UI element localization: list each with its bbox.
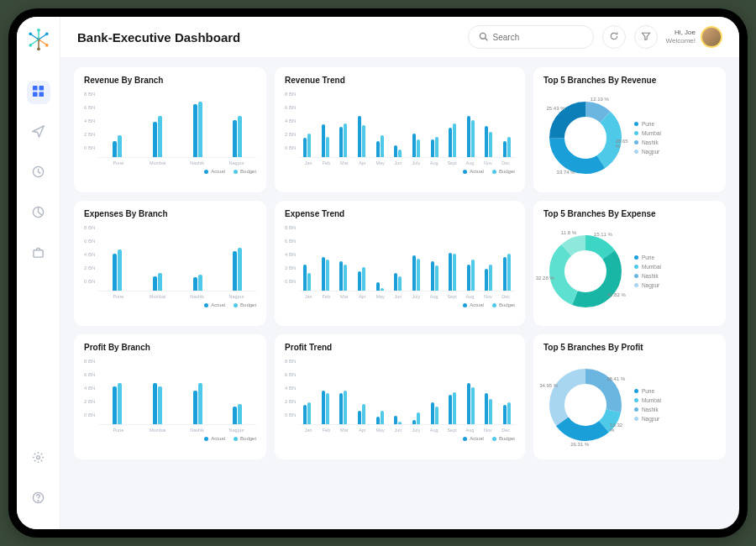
- card-title: Expenses By Branch: [84, 209, 256, 218]
- user-greeting: Hi, Joe Welcome!: [666, 29, 696, 45]
- svg-line-9: [31, 39, 39, 45]
- header: Bank-Executive Dashboard Hi, Joe: [60, 17, 739, 57]
- card-profit-trend: Profit Trend 8 BN6 BN4 BN2 BN0 BNJanFebM…: [275, 334, 525, 459]
- briefcase-icon: [32, 246, 45, 262]
- card-expense-donut: Top 5 Branches By Expense 15.11 %40.82 %…: [533, 201, 726, 326]
- card-revenue-donut: Top 5 Branches By Revenue 12.19 %28.65 %…: [533, 67, 726, 192]
- chart-revenue-branch: 8 BN6 BN4 BN2 BN0 BNPuneMumbaiNashikNagp…: [84, 92, 256, 165]
- svg-point-22: [38, 500, 39, 501]
- legend: Actual Budget: [285, 436, 515, 441]
- legend: Actual Budget: [84, 169, 256, 174]
- brand-logo: [26, 27, 51, 52]
- chart-revenue-trend: 8 BN6 BN4 BN2 BN0 BNJanFebMarAprMayJunJu…: [285, 92, 515, 165]
- search-input[interactable]: [493, 33, 600, 42]
- card-title: Expense Trend: [285, 209, 515, 218]
- nav-dashboard[interactable]: [27, 81, 50, 104]
- card-expense-branch: Expenses By Branch 8 BN6 BN4 BN2 BN0 BNP…: [74, 201, 266, 326]
- grid-icon: [32, 85, 45, 101]
- svg-rect-15: [33, 92, 38, 97]
- page-title: Bank-Executive Dashboard: [77, 30, 240, 45]
- legend: Actual Budget: [285, 302, 515, 307]
- svg-rect-13: [33, 85, 38, 90]
- app-screen: Bank-Executive Dashboard Hi, Joe: [17, 17, 739, 529]
- content: Revenue By Branch 8 BN6 BN4 BN2 BN0 BNPu…: [60, 57, 739, 529]
- svg-point-10: [29, 44, 32, 47]
- svg-point-6: [45, 44, 48, 47]
- main: Bank-Executive Dashboard Hi, Joe: [60, 17, 739, 529]
- card-profit-branch: Profit By Branch 8 BN6 BN4 BN2 BN0 BNPun…: [74, 334, 266, 459]
- svg-point-2: [37, 29, 40, 32]
- send-icon: [32, 125, 45, 141]
- chart-expense-trend: 8 BN6 BN4 BN2 BN0 BNJanFebMarAprMayJunJu…: [285, 225, 515, 299]
- chart-profit-trend: 8 BN6 BN4 BN2 BN0 BNJanFebMarAprMayJunJu…: [285, 359, 515, 433]
- pie-icon: [32, 206, 45, 222]
- chart-profit-donut: 28.41 %10.32 %26.31 %34.95 %PuneMumbaiNa…: [543, 359, 716, 451]
- svg-line-5: [39, 39, 46, 45]
- refresh-icon: [609, 29, 619, 45]
- search-icon: [479, 29, 493, 45]
- help-icon: [32, 491, 45, 507]
- legend: Actual Budget: [84, 436, 256, 441]
- refresh-button[interactable]: [602, 25, 626, 49]
- svg-point-12: [29, 32, 32, 35]
- svg-rect-16: [39, 92, 44, 97]
- card-title: Top 5 Branches By Profit: [543, 343, 716, 352]
- nav-briefcase[interactable]: [27, 242, 50, 265]
- nav-analytics[interactable]: [27, 202, 50, 225]
- card-revenue-branch: Revenue By Branch 8 BN6 BN4 BN2 BN0 BNPu…: [74, 67, 266, 192]
- gear-icon: [32, 451, 45, 467]
- svg-line-3: [39, 34, 46, 39]
- chart-expense-donut: 15.11 %40.82 %32.28 %11.8 %PuneMumbaiNas…: [543, 225, 716, 318]
- chart-revenue-donut: 12.19 %28.65 %33.74 %25.43 %PuneMumbaiNa…: [543, 92, 716, 184]
- legend: Actual Budget: [285, 169, 515, 174]
- svg-rect-14: [39, 85, 44, 90]
- nav-send[interactable]: [27, 121, 50, 144]
- dashboard-grid: Revenue By Branch 8 BN6 BN4 BN2 BN0 BNPu…: [74, 67, 726, 459]
- card-revenue-trend: Revenue Trend 8 BN6 BN4 BN2 BN0 BNJanFeb…: [275, 67, 525, 192]
- svg-point-20: [37, 455, 40, 459]
- card-expense-trend: Expense Trend 8 BN6 BN4 BN2 BN0 BNJanFeb…: [275, 201, 525, 326]
- search-box[interactable]: [468, 25, 594, 49]
- card-title: Revenue Trend: [285, 76, 515, 85]
- chart-profit-branch: 8 BN6 BN4 BN2 BN0 BNPuneMumbaiNashikNagp…: [84, 359, 256, 433]
- sidebar: [17, 17, 60, 529]
- svg-point-4: [45, 32, 48, 35]
- card-profit-donut: Top 5 Branches By Profit 28.41 %10.32 %2…: [533, 334, 726, 459]
- nav-help[interactable]: [27, 487, 50, 511]
- user-block[interactable]: Hi, Joe Welcome!: [666, 26, 722, 48]
- chart-expense-branch: 8 BN6 BN4 BN2 BN0 BNPuneMumbaiNashikNagp…: [84, 225, 256, 299]
- tablet-frame: Bank-Executive Dashboard Hi, Joe: [8, 8, 748, 538]
- nav-history[interactable]: [27, 161, 50, 185]
- card-title: Top 5 Branches By Expense: [543, 209, 716, 218]
- avatar: [701, 26, 722, 48]
- clock-icon: [32, 165, 45, 181]
- card-title: Profit Trend: [285, 343, 515, 352]
- svg-line-11: [31, 34, 39, 39]
- nav-settings[interactable]: [27, 447, 50, 470]
- filter-icon: [641, 29, 651, 45]
- svg-point-23: [480, 33, 486, 39]
- svg-rect-19: [34, 249, 43, 256]
- svg-point-8: [37, 47, 40, 50]
- filter-button[interactable]: [634, 25, 658, 49]
- card-title: Profit By Branch: [84, 343, 256, 352]
- card-title: Revenue By Branch: [84, 76, 256, 85]
- legend: Actual Budget: [84, 302, 256, 307]
- card-title: Top 5 Branches By Revenue: [543, 76, 716, 85]
